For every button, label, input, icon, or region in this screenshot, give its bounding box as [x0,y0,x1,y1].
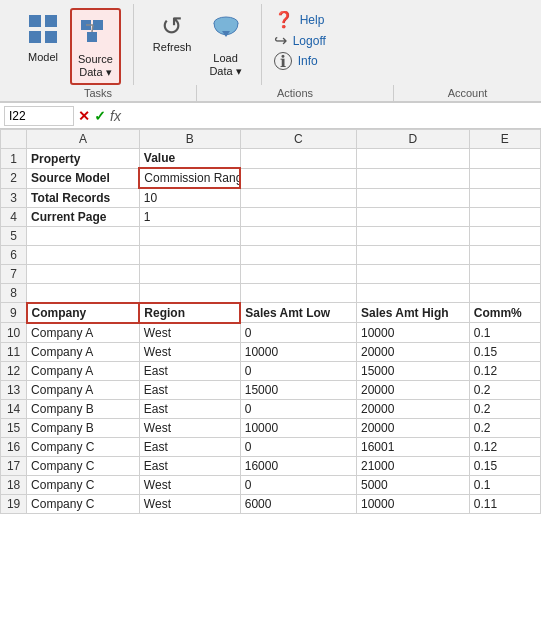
cell-a3[interactable]: Total Records [27,188,140,208]
cell-d3[interactable] [357,188,470,208]
cell-b16[interactable]: East [139,437,240,456]
cell-c8[interactable] [240,284,356,303]
col-header-a[interactable]: A [27,130,140,149]
cell-d1[interactable] [357,149,470,169]
cell-a7[interactable] [27,265,140,284]
col-header-b[interactable]: B [139,130,240,149]
cell-a8[interactable] [27,284,140,303]
cell-e15[interactable]: 0.2 [469,418,540,437]
cell-c14[interactable]: 0 [240,399,356,418]
cell-a4[interactable]: Current Page [27,208,140,227]
cell-e5[interactable] [469,227,540,246]
cell-b10[interactable]: West [139,323,240,343]
cell-b9[interactable]: Region [139,303,240,323]
cell-d4[interactable] [357,208,470,227]
cell-reference-input[interactable] [4,106,74,126]
cell-b14[interactable]: East [139,399,240,418]
cell-c13[interactable]: 15000 [240,380,356,399]
cell-a12[interactable]: Company A [27,361,140,380]
info-link[interactable]: Info [298,54,318,68]
cell-d15[interactable]: 20000 [357,418,470,437]
cell-e3[interactable] [469,188,540,208]
col-header-e[interactable]: E [469,130,540,149]
cell-e11[interactable]: 0.15 [469,342,540,361]
cell-c19[interactable]: 6000 [240,494,356,513]
cell-d13[interactable]: 20000 [357,380,470,399]
cell-e16[interactable]: 0.12 [469,437,540,456]
cell-d6[interactable] [357,246,470,265]
cell-e13[interactable]: 0.2 [469,380,540,399]
cell-d8[interactable] [357,284,470,303]
cell-c2[interactable] [240,168,356,188]
cell-e17[interactable]: 0.15 [469,456,540,475]
cell-e4[interactable] [469,208,540,227]
cell-c1[interactable] [240,149,356,169]
cell-b8[interactable] [139,284,240,303]
col-header-d[interactable]: D [357,130,470,149]
cell-d19[interactable]: 10000 [357,494,470,513]
cell-d9[interactable]: Sales Amt High [357,303,470,323]
refresh-button[interactable]: ↺ Refresh [146,8,199,59]
cell-c4[interactable] [240,208,356,227]
cell-b12[interactable]: East [139,361,240,380]
cell-c9[interactable]: Sales Amt Low [240,303,356,323]
cell-b17[interactable]: East [139,456,240,475]
cell-b1[interactable]: Value [139,149,240,169]
cell-d11[interactable]: 20000 [357,342,470,361]
cell-b19[interactable]: West [139,494,240,513]
cell-a14[interactable]: Company B [27,399,140,418]
help-link[interactable]: Help [300,13,325,27]
cell-b18[interactable]: West [139,475,240,494]
cell-d16[interactable]: 16001 [357,437,470,456]
cell-c10[interactable]: 0 [240,323,356,343]
cell-d5[interactable] [357,227,470,246]
cell-e2[interactable] [469,168,540,188]
cell-a11[interactable]: Company A [27,342,140,361]
cell-b15[interactable]: West [139,418,240,437]
cell-d18[interactable]: 5000 [357,475,470,494]
cell-c7[interactable] [240,265,356,284]
cell-a15[interactable]: Company B [27,418,140,437]
cell-a6[interactable] [27,246,140,265]
cell-e1[interactable] [469,149,540,169]
cell-e8[interactable] [469,284,540,303]
cell-a5[interactable] [27,227,140,246]
cell-d17[interactable]: 21000 [357,456,470,475]
cell-a2[interactable]: Source Model [27,168,140,188]
formula-input[interactable] [127,109,537,123]
cell-b13[interactable]: East [139,380,240,399]
cell-c18[interactable]: 0 [240,475,356,494]
cell-b2[interactable]: Commission Ranges [139,168,240,188]
cell-e6[interactable] [469,246,540,265]
load-data-button[interactable]: LoadData ▾ [202,8,248,83]
cell-e9[interactable]: Comm% [469,303,540,323]
model-button[interactable]: Model [20,8,66,69]
cell-a18[interactable]: Company C [27,475,140,494]
cell-d12[interactable]: 15000 [357,361,470,380]
cell-d14[interactable]: 20000 [357,399,470,418]
cell-a9[interactable]: Company [27,303,140,323]
cell-b3[interactable]: 10 [139,188,240,208]
cell-e18[interactable]: 0.1 [469,475,540,494]
cell-e10[interactable]: 0.1 [469,323,540,343]
col-header-c[interactable]: C [240,130,356,149]
cell-a13[interactable]: Company A [27,380,140,399]
cell-b11[interactable]: West [139,342,240,361]
cell-b4[interactable]: 1 [139,208,240,227]
logoff-link[interactable]: Logoff [293,34,326,48]
cell-a1[interactable]: Property [27,149,140,169]
cell-c12[interactable]: 0 [240,361,356,380]
cell-e12[interactable]: 0.12 [469,361,540,380]
cell-c6[interactable] [240,246,356,265]
cancel-icon[interactable]: ✕ [78,108,90,124]
cell-d2[interactable] [357,168,470,188]
cell-c5[interactable] [240,227,356,246]
cell-a17[interactable]: Company C [27,456,140,475]
cell-e19[interactable]: 0.11 [469,494,540,513]
cell-d10[interactable]: 10000 [357,323,470,343]
cell-a16[interactable]: Company C [27,437,140,456]
source-data-button[interactable]: SourceData ▾ [70,8,121,85]
cell-c16[interactable]: 0 [240,437,356,456]
cell-b7[interactable] [139,265,240,284]
cell-b6[interactable] [139,246,240,265]
